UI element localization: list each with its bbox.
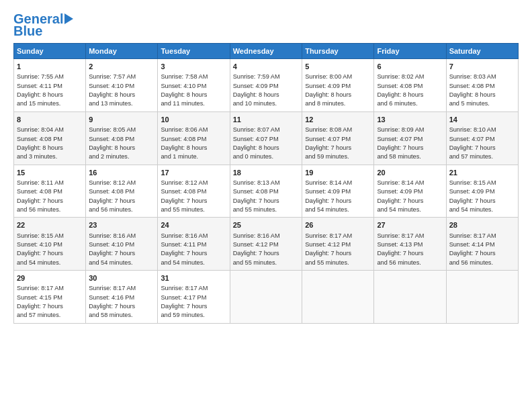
day-number: 16 bbox=[89, 168, 154, 178]
day-info: Sunrise: 8:17 AMSunset: 4:14 PMDaylight:… bbox=[449, 232, 515, 267]
day-info: Sunrise: 8:06 AMSunset: 4:08 PMDaylight:… bbox=[161, 126, 226, 161]
day-number: 15 bbox=[17, 168, 83, 178]
calendar-cell: 10Sunrise: 8:06 AMSunset: 4:08 PMDayligh… bbox=[158, 111, 230, 165]
day-info: Sunrise: 8:07 AMSunset: 4:07 PMDaylight:… bbox=[233, 126, 299, 161]
week-row-5: 29Sunrise: 8:17 AMSunset: 4:15 PMDayligh… bbox=[14, 271, 519, 324]
day-number: 24 bbox=[161, 220, 226, 230]
calendar-cell: 8Sunrise: 8:04 AMSunset: 4:08 PMDaylight… bbox=[14, 111, 86, 165]
calendar-cell: 25Sunrise: 8:16 AMSunset: 4:12 PMDayligh… bbox=[230, 218, 302, 271]
day-info: Sunrise: 8:09 AMSunset: 4:07 PMDaylight:… bbox=[377, 126, 443, 161]
day-info: Sunrise: 8:17 AMSunset: 4:17 PMDaylight:… bbox=[161, 284, 226, 320]
calendar-cell: 28Sunrise: 8:17 AMSunset: 4:14 PMDayligh… bbox=[446, 218, 518, 271]
calendar-cell: 6Sunrise: 8:02 AMSunset: 4:08 PMDaylight… bbox=[374, 59, 446, 112]
day-number: 28 bbox=[449, 220, 515, 230]
calendar-cell: 21Sunrise: 8:15 AMSunset: 4:09 PMDayligh… bbox=[446, 165, 518, 218]
day-number: 26 bbox=[305, 220, 371, 230]
day-number: 25 bbox=[233, 220, 299, 230]
weekday-header-thursday: Thursday bbox=[302, 44, 374, 59]
day-number: 17 bbox=[161, 168, 226, 178]
day-number: 30 bbox=[89, 273, 154, 283]
day-info: Sunrise: 8:17 AMSunset: 4:13 PMDaylight:… bbox=[377, 232, 443, 267]
day-info: Sunrise: 8:03 AMSunset: 4:08 PMDaylight:… bbox=[449, 73, 515, 108]
day-number: 5 bbox=[305, 62, 371, 72]
day-info: Sunrise: 7:57 AMSunset: 4:10 PMDaylight:… bbox=[89, 73, 154, 108]
calendar-cell: 18Sunrise: 8:13 AMSunset: 4:08 PMDayligh… bbox=[230, 165, 302, 218]
week-row-2: 8Sunrise: 8:04 AMSunset: 4:08 PMDaylight… bbox=[14, 111, 519, 165]
weekday-header-wednesday: Wednesday bbox=[230, 44, 302, 59]
calendar-cell bbox=[302, 271, 374, 324]
day-info: Sunrise: 8:14 AMSunset: 4:09 PMDaylight:… bbox=[377, 179, 443, 214]
day-info: Sunrise: 8:05 AMSunset: 4:08 PMDaylight:… bbox=[89, 126, 154, 161]
calendar-cell: 30Sunrise: 8:17 AMSunset: 4:16 PMDayligh… bbox=[86, 271, 158, 324]
calendar-cell: 22Sunrise: 8:15 AMSunset: 4:10 PMDayligh… bbox=[14, 218, 86, 271]
day-info: Sunrise: 8:15 AMSunset: 4:09 PMDaylight:… bbox=[449, 179, 515, 214]
weekday-header-friday: Friday bbox=[374, 44, 446, 59]
day-number: 12 bbox=[305, 115, 371, 125]
calendar-cell: 27Sunrise: 8:17 AMSunset: 4:13 PMDayligh… bbox=[374, 218, 446, 271]
day-number: 2 bbox=[89, 62, 154, 72]
day-info: Sunrise: 8:16 AMSunset: 4:11 PMDaylight:… bbox=[161, 232, 226, 267]
calendar-cell: 31Sunrise: 8:17 AMSunset: 4:17 PMDayligh… bbox=[158, 271, 230, 324]
calendar-cell: 23Sunrise: 8:16 AMSunset: 4:10 PMDayligh… bbox=[86, 218, 158, 271]
calendar-cell: 13Sunrise: 8:09 AMSunset: 4:07 PMDayligh… bbox=[374, 111, 446, 165]
day-number: 27 bbox=[377, 220, 443, 230]
day-info: Sunrise: 8:11 AMSunset: 4:08 PMDaylight:… bbox=[17, 179, 83, 214]
day-number: 14 bbox=[449, 115, 515, 125]
week-row-4: 22Sunrise: 8:15 AMSunset: 4:10 PMDayligh… bbox=[14, 218, 519, 271]
day-info: Sunrise: 7:55 AMSunset: 4:11 PMDaylight:… bbox=[17, 73, 83, 108]
day-info: Sunrise: 8:17 AMSunset: 4:12 PMDaylight:… bbox=[305, 232, 371, 267]
day-number: 22 bbox=[17, 220, 83, 230]
day-info: Sunrise: 8:13 AMSunset: 4:08 PMDaylight:… bbox=[233, 179, 299, 214]
day-info: Sunrise: 8:16 AMSunset: 4:12 PMDaylight:… bbox=[233, 232, 299, 267]
day-number: 29 bbox=[17, 273, 83, 283]
weekday-header-row: SundayMondayTuesdayWednesdayThursdayFrid… bbox=[14, 44, 519, 59]
day-info: Sunrise: 8:12 AMSunset: 4:08 PMDaylight:… bbox=[89, 179, 154, 214]
day-info: Sunrise: 8:14 AMSunset: 4:09 PMDaylight:… bbox=[305, 179, 371, 214]
day-number: 8 bbox=[17, 115, 83, 125]
day-number: 1 bbox=[17, 62, 83, 72]
calendar-cell: 17Sunrise: 8:12 AMSunset: 4:08 PMDayligh… bbox=[158, 165, 230, 218]
day-number: 23 bbox=[89, 220, 154, 230]
day-number: 7 bbox=[449, 62, 515, 72]
day-info: Sunrise: 8:04 AMSunset: 4:08 PMDaylight:… bbox=[17, 126, 83, 161]
page: General Blue SundayMondayTuesdayWednesda… bbox=[0, 0, 532, 411]
calendar-cell: 12Sunrise: 8:08 AMSunset: 4:07 PMDayligh… bbox=[302, 111, 374, 165]
day-number: 19 bbox=[305, 168, 371, 178]
day-info: Sunrise: 8:08 AMSunset: 4:07 PMDaylight:… bbox=[305, 126, 371, 161]
day-number: 13 bbox=[377, 115, 443, 125]
calendar-cell: 14Sunrise: 8:10 AMSunset: 4:07 PMDayligh… bbox=[446, 111, 518, 165]
day-info: Sunrise: 8:16 AMSunset: 4:10 PMDaylight:… bbox=[89, 232, 154, 267]
calendar-cell: 2Sunrise: 7:57 AMSunset: 4:10 PMDaylight… bbox=[86, 59, 158, 112]
calendar-cell bbox=[446, 271, 518, 324]
day-info: Sunrise: 8:15 AMSunset: 4:10 PMDaylight:… bbox=[17, 232, 83, 267]
logo-blue: Blue bbox=[13, 24, 42, 38]
calendar-cell: 24Sunrise: 8:16 AMSunset: 4:11 PMDayligh… bbox=[158, 218, 230, 271]
calendar-cell: 16Sunrise: 8:12 AMSunset: 4:08 PMDayligh… bbox=[86, 165, 158, 218]
logo-arrow-icon bbox=[64, 13, 73, 24]
logo: General Blue bbox=[13, 12, 73, 38]
day-info: Sunrise: 7:58 AMSunset: 4:10 PMDaylight:… bbox=[161, 73, 226, 108]
calendar-cell: 15Sunrise: 8:11 AMSunset: 4:08 PMDayligh… bbox=[14, 165, 86, 218]
calendar-cell: 26Sunrise: 8:17 AMSunset: 4:12 PMDayligh… bbox=[302, 218, 374, 271]
calendar-cell: 20Sunrise: 8:14 AMSunset: 4:09 PMDayligh… bbox=[374, 165, 446, 218]
day-number: 18 bbox=[233, 168, 299, 178]
calendar-cell: 3Sunrise: 7:58 AMSunset: 4:10 PMDaylight… bbox=[158, 59, 230, 112]
calendar-cell bbox=[374, 271, 446, 324]
calendar: SundayMondayTuesdayWednesdayThursdayFrid… bbox=[13, 43, 519, 324]
day-number: 4 bbox=[233, 62, 299, 72]
day-number: 21 bbox=[449, 168, 515, 178]
day-info: Sunrise: 8:12 AMSunset: 4:08 PMDaylight:… bbox=[161, 179, 226, 214]
calendar-cell bbox=[230, 271, 302, 324]
calendar-cell: 9Sunrise: 8:05 AMSunset: 4:08 PMDaylight… bbox=[86, 111, 158, 165]
week-row-3: 15Sunrise: 8:11 AMSunset: 4:08 PMDayligh… bbox=[14, 165, 519, 218]
day-info: Sunrise: 7:59 AMSunset: 4:09 PMDaylight:… bbox=[233, 73, 299, 108]
day-number: 9 bbox=[89, 115, 154, 125]
day-info: Sunrise: 8:10 AMSunset: 4:07 PMDaylight:… bbox=[449, 126, 515, 161]
weekday-header-monday: Monday bbox=[86, 44, 158, 59]
weekday-header-tuesday: Tuesday bbox=[158, 44, 230, 59]
weekday-header-saturday: Saturday bbox=[446, 44, 518, 59]
day-info: Sunrise: 8:02 AMSunset: 4:08 PMDaylight:… bbox=[377, 73, 443, 108]
day-info: Sunrise: 8:00 AMSunset: 4:09 PMDaylight:… bbox=[305, 73, 371, 108]
day-number: 20 bbox=[377, 168, 443, 178]
week-row-1: 1Sunrise: 7:55 AMSunset: 4:11 PMDaylight… bbox=[14, 59, 519, 112]
